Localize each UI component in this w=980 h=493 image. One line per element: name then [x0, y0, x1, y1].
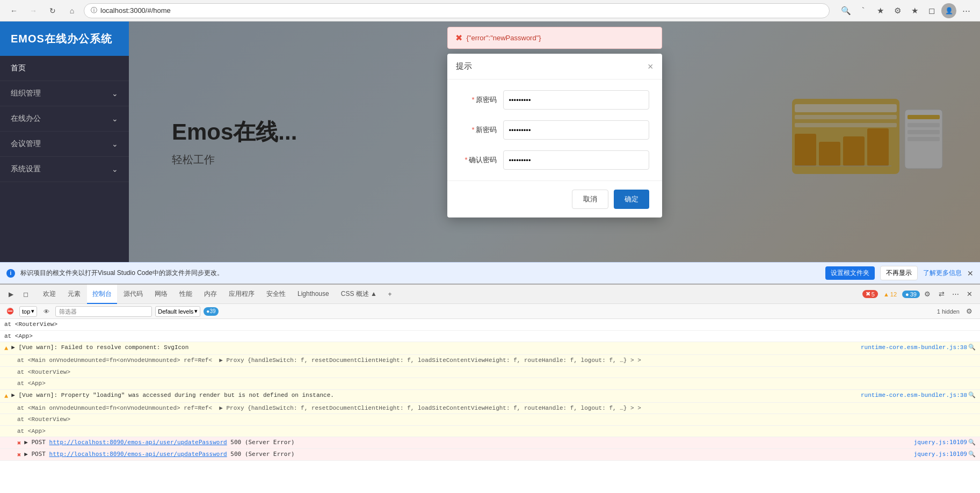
- tab-security[interactable]: 安全性: [261, 285, 291, 304]
- console-source-link[interactable]: runtime-core.esm-bundler.js:38 🔍: [861, 343, 976, 352]
- forward-button[interactable]: →: [26, 3, 41, 18]
- error-url-1[interactable]: http://localhost:8090/emos-api/user/upda…: [49, 439, 227, 446]
- tab-network[interactable]: 网络: [149, 285, 173, 304]
- tab-application[interactable]: 应用程序: [223, 285, 260, 304]
- modal-close-button[interactable]: ×: [648, 62, 654, 71]
- console-line-warn-detail: at <Main onVnodeUnmounted=fn<onVnodeUnmo…: [0, 355, 980, 367]
- info-icon: ⓘ: [91, 6, 97, 15]
- modal-header: 提示 ×: [447, 54, 662, 79]
- chevron-down-icon: ⌄: [112, 140, 118, 148]
- new-password-input[interactable]: [503, 120, 649, 140]
- tab-elements[interactable]: 元素: [62, 285, 86, 304]
- back-button[interactable]: ←: [6, 3, 21, 18]
- app-container: EMOS在线办公系统 首页 组织管理 ⌄ 在线办公 ⌄ 会议管理 ⌄: [0, 21, 980, 262]
- devtools-badges: ✖ 5 ▲ 12 ● 39: [862, 290, 920, 298]
- console-line: at <App>: [0, 331, 980, 343]
- old-password-label: *原密码: [460, 95, 503, 105]
- confirm-password-label: *确认密码: [460, 155, 503, 165]
- console-line-warn2-sub2: at <App>: [0, 426, 980, 438]
- sidebar: EMOS在线办公系统 首页 组织管理 ⌄ 在线办公 ⌄ 会议管理 ⌄: [0, 21, 129, 262]
- console-source-link-2[interactable]: runtime-core.esm-bundler.js:38 🔍: [861, 391, 976, 400]
- chevron-down-icon: ⌄: [112, 114, 118, 123]
- cancel-button[interactable]: 取消: [572, 190, 608, 209]
- error-icon-1: ✖: [17, 438, 21, 448]
- level-selector[interactable]: Default levels ▾: [155, 306, 200, 317]
- console-output: at <RouterView> at <App> ▲ ▶ [Vue warn]:…: [0, 319, 980, 493]
- warn-icon-2: ▲: [4, 392, 8, 401]
- old-password-input[interactable]: [503, 90, 649, 110]
- sidebar-item-office[interactable]: 在线办公 ⌄: [0, 106, 129, 132]
- top-dropdown-icon: ▾: [31, 308, 34, 315]
- level-dropdown-icon: ▾: [194, 308, 198, 315]
- tab-performance[interactable]: 性能: [174, 285, 198, 304]
- warn-badge: ▲ 12: [881, 291, 899, 298]
- more-button[interactable]: ⋯: [959, 3, 974, 18]
- hidden-count: 1 hidden: [937, 308, 960, 315]
- add-tab-button[interactable]: +: [383, 288, 396, 301]
- sidebar-item-home[interactable]: 首页: [0, 56, 129, 81]
- chevron-down-icon: ⌄: [112, 89, 118, 98]
- notification-text: 标识项目的根文件夹以打开Visual Studio Code中的源文件并同步更改…: [20, 269, 820, 278]
- console-source-error2[interactable]: jquery.js:10109 🔍: [914, 450, 976, 459]
- read-mode-button[interactable]: ｀: [855, 3, 870, 18]
- error-circle-icon: ✖: [455, 33, 462, 43]
- device-icon-button[interactable]: ◻: [19, 288, 32, 301]
- error-text: {"error":"newPassword"}: [467, 34, 541, 42]
- console-source-error1[interactable]: jquery.js:10109 🔍: [914, 438, 976, 447]
- error-icon-2: ✖: [17, 450, 21, 460]
- url-text: localhost:3000/#/home: [100, 6, 171, 15]
- home-button[interactable]: ⌂: [64, 3, 79, 18]
- collections-button[interactable]: ★: [907, 3, 922, 18]
- form-row-confirm-password: *确认密码: [460, 150, 649, 170]
- console-settings-button[interactable]: ⚙: [963, 305, 976, 318]
- warn-icon: ▲: [4, 344, 8, 353]
- extensions-button[interactable]: ⚙: [890, 3, 905, 18]
- modal-body: *原密码 *新密码 *确认密码: [447, 79, 662, 180]
- favorites-button[interactable]: ★: [873, 3, 888, 18]
- filter-input[interactable]: [55, 306, 152, 317]
- search-button[interactable]: 🔍: [838, 3, 853, 18]
- devtools-notification: i 标识项目的根文件夹以打开Visual Studio Code中的源文件并同步…: [0, 262, 980, 284]
- tab-css-overview[interactable]: CSS 概述 ▲: [336, 285, 382, 304]
- no-show-button[interactable]: 不再显示: [880, 266, 918, 280]
- network-icon-button[interactable]: ⇄: [935, 288, 948, 301]
- tab-lighthouse[interactable]: Lighthouse: [292, 285, 335, 304]
- confirm-button[interactable]: 确定: [614, 190, 649, 209]
- settings-icon-button[interactable]: ⚙: [921, 288, 934, 301]
- search-error-icon-2: 🔍: [968, 450, 976, 459]
- inspect-icon-button[interactable]: ▶: [4, 288, 17, 301]
- more-devtools-button[interactable]: ⋯: [949, 288, 962, 301]
- tab-welcome[interactable]: 欢迎: [38, 285, 61, 304]
- confirm-password-input[interactable]: [503, 150, 649, 170]
- tab-memory[interactable]: 内存: [199, 285, 222, 304]
- eye-icon-button[interactable]: 👁: [40, 306, 52, 317]
- main-content: Emos在线... 轻松工作: [129, 21, 980, 262]
- sidebar-item-org[interactable]: 组织管理 ⌄: [0, 81, 129, 106]
- set-folder-button[interactable]: 设置根文件夹: [825, 266, 875, 280]
- console-line: at <RouterView>: [0, 319, 980, 331]
- tab-actions-button[interactable]: ◻: [924, 3, 939, 18]
- devtools-tab-icons: ▶ ◻: [4, 288, 32, 301]
- browser-actions: 🔍 ｀ ★ ⚙ ★ ◻ 👤 ⋯: [838, 3, 974, 18]
- modal-title: 提示: [456, 61, 472, 71]
- reload-button[interactable]: ↻: [45, 3, 60, 18]
- notification-info-icon: i: [6, 269, 15, 278]
- modal-dialog: 提示 × *原密码 *新密码: [447, 54, 662, 218]
- search-error-icon-1: 🔍: [968, 438, 976, 447]
- devtools-tabs: ▶ ◻ 欢迎 元素 控制台 源代码 网络 性能 内存 应用程序 安全性 Ligh…: [0, 285, 980, 304]
- clear-console-button[interactable]: ⛔: [4, 306, 16, 317]
- sidebar-item-meeting[interactable]: 会议管理 ⌄: [0, 132, 129, 157]
- console-line-warn-sub2: at <App>: [0, 378, 980, 390]
- console-info-count: ● 39: [204, 307, 218, 316]
- learn-more-link[interactable]: 了解更多信息: [923, 269, 962, 278]
- profile-button[interactable]: 👤: [941, 3, 956, 18]
- form-row-new-password: *新密码: [460, 120, 649, 140]
- sidebar-menu: 首页 组织管理 ⌄ 在线办公 ⌄ 会议管理 ⌄ 系统设置 ⌄: [0, 56, 129, 262]
- sidebar-item-settings[interactable]: 系统设置 ⌄: [0, 157, 129, 182]
- tab-source[interactable]: 源代码: [118, 285, 148, 304]
- error-url-2[interactable]: http://localhost:8090/emos-api/user/upda…: [49, 451, 227, 458]
- notification-close-button[interactable]: ✕: [967, 269, 974, 278]
- tab-console[interactable]: 控制台: [87, 285, 117, 304]
- top-selector[interactable]: top ▾: [19, 306, 37, 317]
- close-devtools-button[interactable]: ✕: [963, 288, 976, 301]
